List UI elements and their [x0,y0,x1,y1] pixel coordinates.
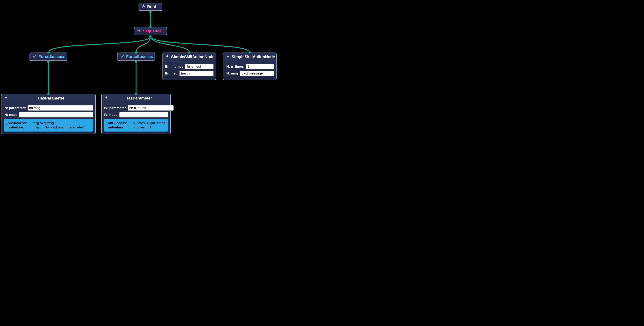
node-title: HasParameter [110,96,168,100]
node-title: Root [147,4,156,9]
port-input-msg[interactable] [180,71,214,76]
callbacks-panel: _onSuccess: n_times := @n_times _onFailu… [104,119,168,132]
port-input-node[interactable] [119,112,168,118]
node-title: Sequence [143,29,162,34]
callback-on-failure: _onFailure: n_times := 1 [106,126,166,129]
check-icon [32,54,37,59]
callback-key: _onFailure: [6,126,30,129]
port-input-parameter[interactable] [28,105,94,111]
port-in [135,51,137,54]
port-label: IN: parameter [4,106,26,110]
port-row-msg: IN: msg [165,71,214,76]
port-label: IN: msg [165,72,178,76]
port-out [149,11,152,13]
lightning-icon [226,54,230,59]
node-title: ForceSuccess [38,54,65,59]
port-in [47,93,50,95]
callback-key: _onFailure: [106,126,130,129]
port-in [47,51,50,54]
node-title: SimpleSkillActionNode [232,54,275,59]
port-label: IN: parameter [104,106,126,110]
lightning-icon [104,96,108,101]
callback-value: msg := @msg [32,121,54,125]
tree-icon [142,4,146,9]
port-input-n-times[interactable] [246,64,274,69]
callback-key: _onSuccess: [6,121,30,125]
port-out [149,35,152,38]
callback-on-success: _onSuccess: msg := @msg [6,121,91,125]
lightning-icon [4,96,8,101]
node-has-parameter-1[interactable]: HasParameter IN: parameter IN: node _onS… [1,94,96,134]
callback-on-failure: _onFailure: msg := 'No blackboard parame… [6,126,91,129]
svg-rect-2 [144,7,145,8]
port-label: IN: node [104,113,118,117]
callback-key: _onSuccess: [106,121,130,125]
port-in [149,26,152,28]
port-row-parameter: IN: parameter [4,105,93,111]
callback-value: msg := 'No blackboard parameter' [32,126,84,129]
node-simple-skill-action-1[interactable]: SimpleSkillActionNode IN: n_times IN: ms… [162,52,216,80]
svg-rect-1 [142,7,143,8]
port-row-parameter: IN: parameter [104,105,168,111]
port-out [135,61,137,63]
node-root[interactable]: Root [138,3,162,11]
port-input-n-times[interactable] [185,64,214,69]
port-row-node: IN: node [104,112,168,118]
callback-on-success: _onSuccess: n_times := @n_times [106,121,166,125]
port-in [248,51,251,54]
node-simple-skill-action-2[interactable]: SimpleSkillActionNode IN: n_times IN: ms… [223,52,276,80]
port-input-msg[interactable] [240,71,274,76]
port-label: IN: msg [226,72,238,76]
node-title: HasParameter [10,96,92,100]
port-row-n-times: IN: n_times [165,64,214,69]
callback-value: n_times := @n_times [133,121,165,125]
port-input-node[interactable] [19,112,93,118]
port-row-msg: IN: msg [226,71,274,76]
port-label: IN: node [4,113,17,117]
port-input-parameter[interactable] [128,105,174,111]
callbacks-panel: _onSuccess: msg := @msg _onFailure: msg … [4,119,93,132]
port-label: IN: n_times [226,64,244,68]
check-icon [120,54,124,59]
port-in [188,51,190,54]
port-row-n-times: IN: n_times [226,64,274,69]
port-in [135,93,137,95]
svg-rect-0 [143,5,144,6]
node-has-parameter-2[interactable]: HasParameter IN: parameter IN: node _onS… [101,94,171,134]
node-title: SimpleSkillActionNode [171,54,214,59]
port-label: IN: n_times [165,64,183,68]
lightning-icon [166,54,169,59]
port-row-node: IN: node [4,112,93,118]
node-title: ForceSuccess [126,54,153,59]
callback-value: n_times := 1 [133,126,152,129]
arrow-right-icon [137,28,141,34]
port-out [47,61,50,63]
